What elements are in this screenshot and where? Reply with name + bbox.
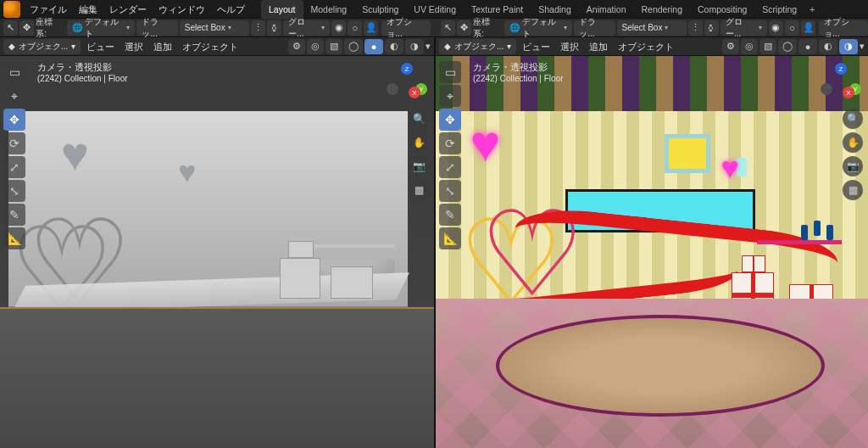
camera-view-button-r[interactable]: 📷: [843, 156, 863, 176]
proportional-edit-icon-r[interactable]: ○: [785, 20, 799, 36]
proportional-edit-icon[interactable]: ○: [348, 20, 362, 36]
zoom-button-r[interactable]: 🔍: [843, 109, 863, 129]
tab-scripting[interactable]: Scripting: [754, 0, 804, 19]
axis-neg-y[interactable]: [387, 83, 398, 95]
chevron-down-icon[interactable]: ▾: [860, 41, 865, 52]
transform-orientation-dropdown[interactable]: グロー... ▾: [283, 20, 330, 36]
axis-z[interactable]: Z: [401, 63, 413, 75]
select-menu[interactable]: 選択: [120, 37, 147, 56]
shading-rendered[interactable]: ◑: [405, 39, 424, 54]
grid-view-button-r[interactable]: ▦: [843, 180, 863, 200]
axis-neg-y-r[interactable]: [821, 83, 832, 95]
tool-scale-r[interactable]: ⤢: [439, 156, 461, 178]
cursor-icon-r[interactable]: ↖: [441, 20, 455, 36]
shading-material[interactable]: ◐: [385, 39, 403, 54]
chevron-down-icon[interactable]: ▾: [426, 41, 431, 52]
xray-toggle-icon[interactable]: ▧: [326, 39, 342, 54]
object-menu-r[interactable]: オブジェクト: [614, 37, 678, 56]
transform-orientation-dropdown-r[interactable]: グロー... ▾: [721, 20, 767, 36]
object-menu[interactable]: オブジェクト: [178, 37, 242, 56]
tool-transform-r[interactable]: ⤡: [439, 180, 461, 202]
orientation-label-r: デフォルト: [522, 16, 561, 40]
pivot-dropdown[interactable]: ◉: [331, 20, 346, 36]
shading-wireframe-r[interactable]: ◯: [778, 39, 797, 54]
tab-add[interactable]: +: [804, 0, 820, 19]
view-menu[interactable]: ビュー: [82, 37, 119, 56]
shading-solid[interactable]: ●: [364, 39, 383, 54]
magnet-icon-r[interactable]: ⧲: [704, 20, 719, 36]
tool-annotate[interactable]: ✎: [3, 204, 25, 226]
axis-x[interactable]: X: [409, 87, 420, 98]
add-menu-r[interactable]: 追加: [585, 37, 612, 56]
tool-cursor-r[interactable]: ⌖: [439, 85, 461, 107]
options-dropdown-left[interactable]: オプショ...: [381, 20, 431, 36]
axis-z-r[interactable]: Z: [835, 63, 847, 75]
sphere-icon: ◆: [8, 42, 15, 51]
tool-move[interactable]: ✥: [3, 109, 25, 131]
tool-move-r[interactable]: ✥: [439, 109, 461, 131]
gizmo-toggle-icon-r[interactable]: ⚙: [722, 39, 739, 54]
select-menu-r[interactable]: 選択: [556, 37, 583, 56]
viewport-canvas-left[interactable]: ♥ ♥ ♡ ♡: [0, 56, 434, 448]
tool-annotate-r[interactable]: ✎: [439, 204, 461, 226]
mode-label-r: オブジェク...: [454, 41, 504, 53]
drag-label: ドラッ...: [142, 16, 172, 40]
shading-material-r[interactable]: ◐: [819, 39, 837, 54]
drag-dropdown-r[interactable]: ドラッ...: [574, 20, 615, 36]
scene-solid: ♥ ♥ ♡ ♡: [0, 56, 434, 448]
pan-button-r[interactable]: ✋: [843, 132, 863, 153]
options-dropdown-right[interactable]: オプショ...: [819, 20, 868, 36]
cursor-icon[interactable]: ↖: [3, 20, 18, 36]
sphere-icon: ◆: [444, 42, 451, 51]
person-icon-r[interactable]: 👤: [801, 20, 815, 36]
viewport-right[interactable]: ◆ オブジェク... ▾ ビュー 選択 追加 オブジェクト ⚙ ◎ ▧ ◯ ● …: [434, 37, 868, 448]
move-gizmo-icon-r[interactable]: ✥: [457, 20, 471, 36]
xray-toggle-icon-r[interactable]: ▧: [760, 39, 776, 54]
shading-wireframe[interactable]: ◯: [344, 39, 363, 54]
shading-solid-r[interactable]: ●: [798, 39, 817, 54]
move-gizmo-icon[interactable]: ✥: [19, 20, 34, 36]
chevron-down-icon: ▾: [228, 24, 231, 31]
tool-measure[interactable]: 📐: [3, 227, 25, 249]
grid-view-button[interactable]: ▦: [409, 180, 429, 200]
select-mode-dropdown-r[interactable]: Select Box ▾: [617, 20, 687, 36]
select-mode-dropdown[interactable]: Select Box ▾: [180, 20, 249, 36]
menu-help[interactable]: ヘルプ: [211, 0, 251, 19]
tab-rendering[interactable]: Rendering: [634, 0, 690, 19]
overlay-toggle-icon-r[interactable]: ◎: [741, 39, 758, 54]
overlay-collection: (2242) Collection | Floor: [37, 73, 128, 85]
pivot-dropdown-r[interactable]: ◉: [769, 20, 783, 36]
add-menu[interactable]: 追加: [149, 37, 176, 56]
transform-orientation-label: グロー...: [288, 16, 319, 40]
coord-sys-label: 座標系:: [36, 16, 65, 40]
magnet-icon[interactable]: ⧲: [267, 20, 281, 36]
viewport-split: ◆ オブジェク... ▾ ビュー 選択 追加 オブジェクト ⚙ ◎ ▧ ◯ ● …: [0, 37, 868, 448]
tool-select-box[interactable]: ▭: [3, 61, 25, 83]
viewport-left[interactable]: ◆ オブジェク... ▾ ビュー 選択 追加 オブジェクト ⚙ ◎ ▧ ◯ ● …: [0, 37, 434, 448]
nav-gizmo-left[interactable]: Z Y X: [387, 63, 427, 104]
transform-orientation-label-r: グロー...: [726, 16, 756, 40]
pan-button[interactable]: ✋: [409, 132, 429, 153]
axis-x-r[interactable]: X: [843, 87, 854, 98]
tool-measure-r[interactable]: 📐: [439, 227, 461, 249]
tool-cursor[interactable]: ⌖: [3, 85, 25, 107]
editor-type-dropdown-r[interactable]: ◆ オブジェク... ▾: [439, 39, 516, 54]
gizmo-toggle-icon[interactable]: ⚙: [288, 39, 305, 54]
tool-rotate-r[interactable]: ⟳: [439, 132, 461, 154]
zoom-button[interactable]: 🔍: [409, 109, 429, 129]
view-menu-r[interactable]: ビュー: [518, 37, 554, 56]
orientation-dropdown[interactable]: 🌐 デフォルト ▾: [67, 20, 135, 36]
orientation-dropdown-r[interactable]: 🌐 デフォルト ▾: [504, 20, 572, 36]
tool-rotate[interactable]: ⟳: [3, 132, 25, 154]
overlay-toggle-icon[interactable]: ◎: [307, 39, 324, 54]
editor-type-dropdown[interactable]: ◆ オブジェク... ▾: [3, 39, 81, 54]
drag-dropdown[interactable]: ドラッ...: [136, 20, 177, 36]
viewport-canvas-right[interactable]: ♥ ♥ ♡ ♡: [436, 56, 868, 448]
tool-select-box-r[interactable]: ▭: [439, 61, 461, 83]
shading-rendered-r[interactable]: ◑: [839, 39, 858, 54]
nav-gizmo-right[interactable]: Z Y X: [821, 63, 861, 104]
person-icon[interactable]: 👤: [364, 20, 378, 36]
tool-scale[interactable]: ⤢: [3, 156, 25, 178]
tool-transform[interactable]: ⤡: [3, 180, 25, 202]
camera-view-button[interactable]: 📷: [409, 156, 429, 176]
